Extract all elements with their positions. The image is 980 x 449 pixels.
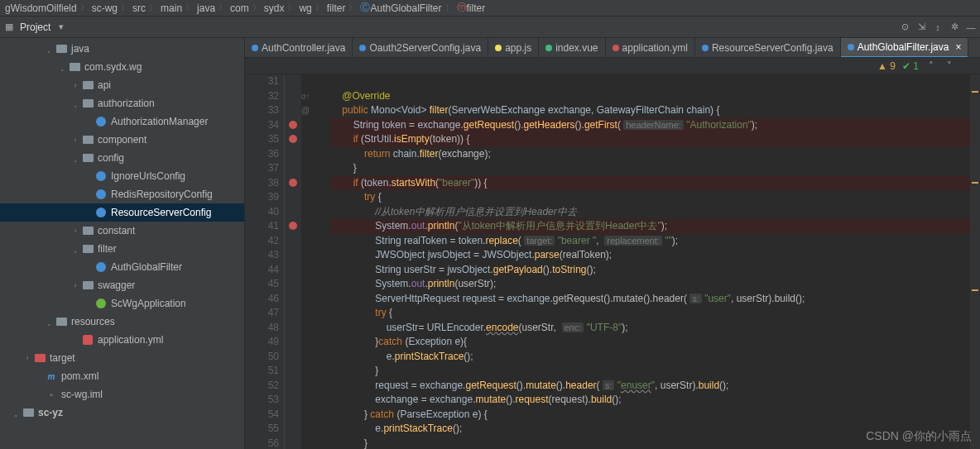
editor-tab[interactable]: AuthController.java — [245, 38, 353, 58]
code-area[interactable]: 3132333435363738394041424344454647484950… — [245, 74, 980, 449]
expand-icon[interactable]: ⇲ — [915, 21, 927, 33]
tree-item[interactable]: RedisRepositoryConfig — [0, 185, 244, 203]
tree-item[interactable]: ›swagger — [0, 276, 244, 294]
code-line[interactable]: if (StrUtil.isEmpty(token)) { — [331, 132, 980, 147]
tree-item[interactable]: IgnoreUrlsConfig — [0, 167, 244, 185]
m-icon: m — [45, 370, 58, 383]
breadcrumb-item[interactable]: sc-wg — [92, 2, 118, 14]
folder-icon — [81, 79, 94, 92]
code-line[interactable]: userStr= URLEncoder.encode(userStr, enc:… — [331, 321, 980, 336]
tree-label: sc-wg.iml — [61, 389, 103, 400]
warning-badge[interactable]: ▲ 9 — [877, 60, 896, 72]
code-line[interactable]: //从token中解析用户信息并设置到Header中去 — [331, 205, 980, 220]
code-line[interactable]: exchange = exchange.mutate().request(req… — [331, 393, 980, 408]
tree-item[interactable]: ›constant — [0, 222, 244, 240]
breadcrumb-item[interactable]: com — [230, 2, 249, 14]
tree-label: ScWgApplication — [111, 298, 186, 309]
editor-tab[interactable]: ResourceServerConfig.java — [695, 38, 841, 58]
tree-label: swagger — [98, 279, 135, 291]
inspect-down-icon[interactable]: ˅ — [944, 60, 955, 72]
tree-item[interactable]: ˬconfig — [0, 149, 244, 167]
code-line[interactable]: try { — [331, 306, 980, 321]
tree-item[interactable]: ResourceServerConfig — [0, 203, 244, 222]
tab-label: ResourceServerConfig.java — [712, 42, 833, 54]
code-line[interactable]: } — [331, 161, 980, 176]
tree-item[interactable]: AuthorizationManager — [0, 112, 244, 131]
code-line[interactable]: } catch (ParseException e) { — [331, 408, 980, 423]
tree-item[interactable]: ▫sc-wg.iml — [0, 385, 244, 404]
editor-tab[interactable]: AuthGlobalFilter.java× — [841, 38, 969, 58]
code-line[interactable]: } — [331, 437, 980, 450]
folder-icon — [81, 242, 94, 256]
code-line[interactable]: String token = exchange.getRequest().get… — [331, 118, 980, 133]
breadcrumb-item[interactable]: java — [197, 2, 215, 14]
inspect-up-icon[interactable]: ˄ — [925, 60, 937, 72]
breadcrumb-item[interactable]: sydx — [264, 2, 285, 14]
breadcrumb-item[interactable]: main — [161, 2, 182, 14]
breakpoint-icon[interactable] — [289, 179, 297, 187]
breakpoint-gutter[interactable]: ο↑ @ — [285, 74, 301, 449]
error-stripe[interactable] — [970, 74, 980, 449]
breadcrumb-item[interactable]: filter — [327, 2, 346, 14]
code-line[interactable] — [331, 74, 980, 89]
editor-tab[interactable]: app.js — [488, 38, 539, 58]
tree-item[interactable]: AuthGlobalFilter — [0, 258, 244, 276]
gear-icon[interactable]: ✲ — [949, 21, 960, 33]
check-badge[interactable]: ✔ 1 — [902, 60, 919, 72]
code-line[interactable]: if (token.startsWith("bearer")) { — [331, 176, 980, 191]
code-line[interactable]: e.printStackTrace(); — [331, 422, 980, 437]
tree-item[interactable]: ˬjava — [0, 40, 244, 58]
code-line[interactable]: @Override — [331, 89, 980, 104]
code-line[interactable]: JWSObject jwsObject = JWSObject.parse(re… — [331, 248, 980, 263]
code-line[interactable]: System.out.println("从token中解析用户信息并设置到Hea… — [331, 219, 980, 234]
editor-tab[interactable]: index.vue — [539, 38, 605, 58]
close-icon[interactable]: × — [955, 41, 961, 53]
tree-item[interactable]: ˬcom.sydx.wg — [0, 58, 244, 76]
code-line[interactable]: System.out.println(userStr); — [331, 277, 980, 292]
code-line[interactable]: try { — [331, 190, 980, 205]
tree-item[interactable]: ›component — [0, 131, 244, 149]
dropdown-icon[interactable]: ▾ — [55, 21, 67, 33]
breakpoint-icon[interactable] — [289, 135, 297, 143]
tree-item[interactable]: application.yml — [0, 331, 244, 349]
code-line[interactable]: }catch (Exception e){ — [331, 335, 980, 350]
editor-tab[interactable]: Oauth2ServerConfig.java — [353, 38, 488, 58]
code-line[interactable]: return chain.filter(exchange); — [331, 147, 980, 162]
editor-tab[interactable]: application.yml — [606, 38, 695, 58]
folder-icon — [81, 224, 94, 237]
tree-item[interactable]: ›target — [0, 349, 244, 367]
breadcrumb-item[interactable]: gWisdomOilfield — [5, 2, 77, 14]
code-line[interactable]: e.printStackTrace(); — [331, 350, 980, 365]
chevron-icon: ˬ — [70, 245, 81, 253]
breadcrumb-item[interactable]: wg — [299, 2, 311, 14]
code-line[interactable]: public Mono<Void> filter(ServerWebExchan… — [331, 103, 980, 118]
java-icon — [94, 188, 108, 201]
tree-label: AuthorizationManager — [111, 116, 208, 127]
tree-item[interactable]: mpom.xml — [0, 367, 244, 385]
hide-icon[interactable]: — — [965, 21, 977, 33]
tree-item[interactable]: ScWgApplication — [0, 294, 244, 313]
tree-item[interactable]: ˬsc-yz — [0, 404, 244, 422]
select-opened-icon[interactable]: ⊙ — [899, 21, 910, 33]
breadcrumb-item[interactable]: filter — [467, 2, 486, 14]
code-canvas[interactable]: @Override public Mono<Void> filter(Serve… — [301, 74, 980, 449]
code-line[interactable]: } — [331, 364, 980, 379]
project-tree[interactable]: ˬjavaˬcom.sydx.wg›apiˬauthorizationAutho… — [0, 38, 245, 449]
code-line[interactable]: String userStr = jwsObject.getPayload().… — [331, 263, 980, 278]
tree-item[interactable]: ˬresources — [0, 313, 244, 331]
breakpoint-icon[interactable] — [289, 222, 297, 230]
folder-icon — [68, 60, 81, 74]
code-line[interactable]: request = exchange.getRequest().mutate()… — [331, 379, 980, 394]
project-label: Project — [20, 21, 50, 33]
code-line[interactable]: String realToken = token.replace( target… — [331, 234, 980, 249]
breadcrumb-item[interactable]: AuthGlobalFilter — [370, 2, 441, 14]
collapse-icon[interactable]: ↕ — [932, 21, 944, 33]
tree-item[interactable]: ›api — [0, 76, 244, 94]
code-line[interactable]: ServerHttpRequest request = exchange.get… — [331, 292, 980, 307]
tree-item[interactable]: ˬauthorization — [0, 94, 244, 112]
breadcrumb-item[interactable]: src — [132, 2, 146, 14]
breakpoint-icon[interactable] — [289, 121, 297, 129]
java-icon — [94, 170, 108, 183]
tree-item[interactable]: ˬfilter — [0, 240, 244, 258]
file-type-icon — [612, 45, 619, 51]
